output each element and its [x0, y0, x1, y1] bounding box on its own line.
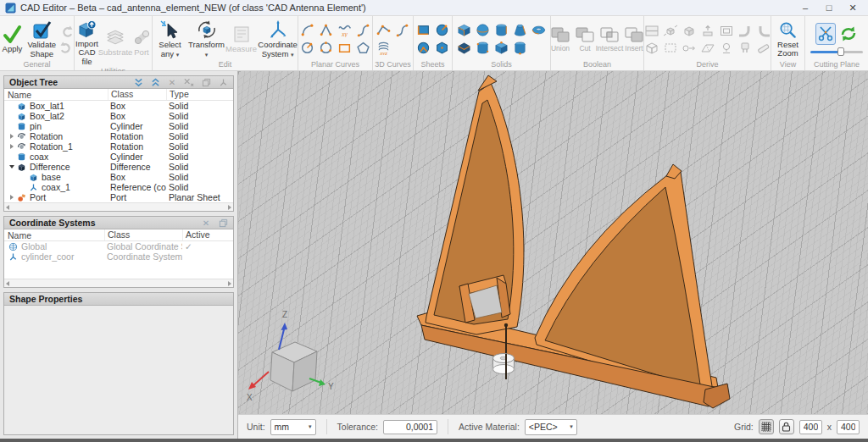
reference-icon[interactable] — [218, 77, 228, 87]
spline-3d-tool-button[interactable] — [394, 22, 411, 39]
table-row[interactable]: Box_lat2 Box Solid — [4, 111, 233, 121]
copy-icon[interactable] — [201, 77, 211, 87]
maximize-button[interactable]: □ — [817, 0, 841, 15]
sphere-tool-button[interactable] — [475, 22, 492, 39]
table-row[interactable]: cylinder_coor Coordinate System — [4, 251, 233, 262]
grid-width-input[interactable] — [799, 420, 822, 434]
table-row[interactable]: coax Cylinder Solid — [4, 152, 233, 162]
delete-all-icon[interactable] — [184, 77, 194, 87]
arc-tool-button[interactable] — [299, 22, 316, 39]
substrate-button[interactable]: Substrate — [100, 26, 131, 58]
table-row[interactable]: Port Port Planar Sheet — [4, 192, 233, 202]
undo-button[interactable] — [60, 25, 73, 37]
box-tool-button[interactable] — [456, 22, 473, 39]
table-row[interactable]: Rotation Rotation Solid — [4, 131, 233, 141]
circle-3pt-tool-button[interactable] — [318, 40, 335, 57]
cutting-plane-toggle-button[interactable] — [815, 23, 836, 45]
box-2-tool-button[interactable] — [493, 40, 510, 57]
table-row[interactable]: Global Global Coordinate System ✓ — [4, 241, 233, 251]
expander-icon[interactable] — [8, 165, 16, 169]
prism-tool-button[interactable] — [456, 40, 473, 57]
object-tree-hscrollbar[interactable] — [4, 202, 233, 211]
analytical-curve-tool-button[interactable]: xy — [337, 22, 353, 39]
polyline-3d-tool-button[interactable] — [376, 22, 392, 39]
collapse-all-icon[interactable] — [133, 77, 143, 87]
circle-tool-button[interactable] — [299, 40, 316, 57]
delete-icon[interactable]: ✕ — [201, 218, 211, 228]
polyline-tool-button[interactable] — [318, 22, 335, 39]
fold-tool-button[interactable] — [699, 39, 716, 56]
project-tool-button[interactable] — [681, 39, 698, 56]
slider-track[interactable] — [810, 51, 863, 53]
helix-tool-button[interactable]: xyz — [376, 40, 392, 57]
port-button[interactable]: Port — [131, 26, 152, 58]
expander-icon[interactable] — [8, 144, 16, 149]
table-row[interactable]: coax_1 Reference (coax) Solid — [4, 182, 233, 192]
table-row[interactable]: base Box Solid — [4, 172, 233, 182]
cylinder-2-tool-button[interactable] — [475, 40, 492, 57]
grid-height-input[interactable] — [837, 420, 860, 434]
coordinate-system-button[interactable]: Coordinate System ▾ — [258, 19, 298, 59]
rectangle-sheet-tool-button[interactable] — [415, 22, 432, 39]
slider-thumb[interactable] — [837, 47, 844, 56]
measure-button[interactable]: Measure — [225, 23, 257, 54]
shell-tool-button[interactable] — [718, 22, 735, 39]
unit-select[interactable]: mm ▾ — [270, 419, 316, 435]
union-button[interactable]: Union — [549, 26, 571, 52]
minimize-button[interactable]: – — [793, 0, 817, 15]
expand-all-icon[interactable] — [150, 77, 160, 87]
pipe-bend-2-tool-button[interactable] — [755, 22, 772, 39]
polygon-sheet-tool-button[interactable] — [434, 40, 451, 57]
cutting-plane-refresh-button[interactable] — [839, 25, 858, 43]
wireframe-tool-button[interactable] — [643, 39, 660, 56]
cutting-plane-slider[interactable] — [810, 47, 863, 56]
active-material-select[interactable]: <PEC> ▾ — [525, 419, 577, 435]
select-any-button[interactable]: Select any ▾ — [153, 19, 187, 59]
intersect-button[interactable]: Intersect — [598, 26, 620, 52]
extrude-tool-button[interactable] — [699, 22, 716, 39]
cylinder-icon — [16, 152, 27, 162]
table-row[interactable]: Difference Difference Solid — [4, 162, 233, 172]
view-navigation-cube[interactable]: Z X Y — [245, 304, 338, 406]
cut-button[interactable]: Cut — [574, 26, 596, 52]
table-row[interactable]: Box_lat1 Box Solid — [4, 101, 233, 111]
cylinder-3-tool-button[interactable] — [512, 40, 529, 57]
grid-lock-button[interactable] — [779, 419, 794, 434]
scale-tool-button[interactable] — [662, 22, 679, 39]
copy-icon[interactable] — [218, 218, 228, 228]
pipe-bend-tool-button[interactable] — [737, 22, 754, 39]
3d-viewport[interactable]: Z X Y — [238, 71, 868, 414]
cylinder-tool-button[interactable] — [493, 22, 510, 39]
grid-toggle-button[interactable] — [759, 419, 774, 434]
reset-zoom-button[interactable]: Reset Zoom — [772, 19, 804, 59]
pie-sheet-tool-button[interactable] — [415, 40, 432, 57]
redo-button[interactable] — [60, 41, 73, 53]
rectangle-tool-button[interactable] — [337, 40, 353, 57]
eraser-tool-button[interactable] — [755, 39, 772, 56]
torus-tool-button[interactable] — [531, 22, 548, 39]
split-tool-button[interactable] — [643, 22, 660, 39]
tolerance-input[interactable] — [383, 420, 437, 434]
insert-button[interactable]: Insert — [623, 26, 645, 52]
expander-icon[interactable] — [8, 195, 16, 200]
copy-solid-tool-button[interactable] — [681, 22, 698, 39]
spline-tool-button[interactable] — [355, 22, 372, 39]
cad-editor-window: CAD Editor – Beta – cad_antenna_element_… — [0, 0, 868, 442]
polygon-tool-button[interactable] — [355, 40, 372, 57]
transform-button[interactable]: Transform ▾ — [188, 19, 225, 59]
cone-tool-button[interactable] — [512, 22, 529, 39]
circle-sheet-tool-button[interactable] — [434, 22, 451, 39]
table-row[interactable]: Rotation_1 Rotation Solid — [4, 141, 233, 152]
delete-icon[interactable]: ✕ — [167, 77, 177, 87]
outline-tool-button[interactable] — [662, 39, 679, 56]
close-button[interactable]: ✕ — [841, 0, 865, 15]
connector-tool-button[interactable] — [737, 39, 754, 56]
table-row[interactable]: pin Cylinder Solid — [4, 121, 233, 131]
coordinate-systems-hscrollbar[interactable] — [4, 279, 233, 287]
ribbon-section-cutting-plane: Cutting Plane — [805, 16, 868, 70]
import-cad-file-button[interactable]: Import CAD file — [75, 18, 99, 67]
expander-icon[interactable] — [8, 134, 16, 139]
apply-button[interactable]: Apply — [0, 23, 25, 54]
imprint-tool-button[interactable] — [718, 39, 735, 56]
validate-shape-button[interactable]: Validate Shape — [25, 19, 58, 59]
